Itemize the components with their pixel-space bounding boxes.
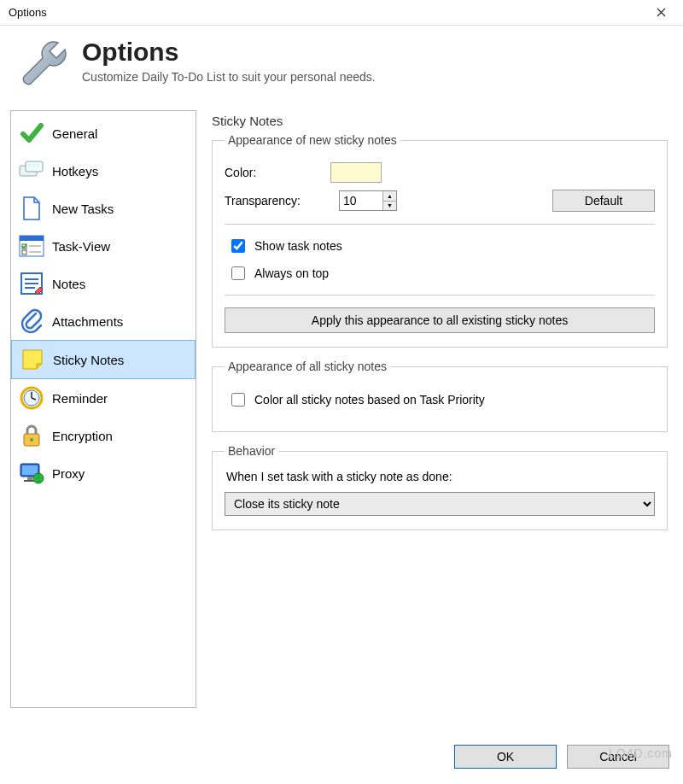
title-bar: Options [0, 0, 683, 26]
checkbox-label: Show task notes [254, 239, 342, 253]
sidebar-item-label: Attachments [52, 314, 123, 329]
page-subtitle: Customize Daily To-Do List to suit your … [82, 70, 376, 84]
checkbox-input[interactable] [231, 266, 245, 280]
svg-rect-4 [37, 164, 39, 167]
lock-icon [18, 422, 45, 449]
checkbox-input[interactable] [231, 239, 245, 253]
page-title: Options [82, 38, 376, 67]
sidebar-item-encryption[interactable]: Encryption [11, 417, 196, 454]
close-icon [657, 8, 666, 17]
transparency-label: Transparency: [225, 194, 327, 208]
sidebar-item-attachments[interactable]: Attachments [11, 302, 196, 340]
sidebar-item-hotkeys[interactable]: Hotkeys [11, 152, 196, 190]
color-by-priority-checkbox[interactable]: Color all sticky notes based on Task Pri… [228, 390, 655, 409]
sidebar-item-label: Notes [52, 277, 85, 291]
behavior-prompt: When I set task with a sticky note as do… [226, 470, 655, 483]
header: Options Customize Daily To-Do List to su… [0, 26, 683, 110]
svg-rect-22 [22, 465, 38, 475]
sidebar-item-label: New Tasks [52, 202, 114, 216]
checkbox-label: Always on top [254, 266, 329, 280]
show-task-notes-checkbox[interactable]: Show task notes [228, 237, 655, 255]
dialog-footer: OK Cancel [454, 745, 669, 769]
sidebar-item-task-view[interactable]: Task-View [11, 227, 196, 265]
settings-panel: Sticky Notes Appearance of new sticky no… [207, 110, 673, 708]
group-legend: Behavior [225, 444, 278, 458]
svg-rect-2 [28, 164, 31, 167]
wrench-icon [17, 38, 72, 95]
sidebar-item-label: Encryption [52, 429, 113, 443]
group-new-sticky-appearance: Appearance of new sticky notes Color: Tr… [212, 133, 668, 348]
apply-all-button[interactable]: Apply this appearance to all existing st… [225, 307, 655, 333]
svg-rect-6 [20, 236, 44, 241]
svg-rect-3 [32, 164, 35, 167]
ok-button[interactable]: OK [454, 745, 557, 769]
checkbox-input[interactable] [231, 393, 245, 407]
keyboard-icon [18, 157, 45, 184]
check-icon [18, 120, 45, 147]
separator [225, 295, 655, 295]
group-all-sticky-appearance: Appearance of all sticky notes Color all… [212, 360, 668, 432]
spinner-down-icon[interactable]: ▼ [383, 202, 396, 211]
sidebar-item-notes[interactable]: Notes [11, 265, 196, 302]
panel-title: Sticky Notes [212, 114, 673, 128]
behavior-select[interactable]: Close its sticky note [225, 492, 655, 516]
always-on-top-checkbox[interactable]: Always on top [228, 264, 655, 283]
transparency-input[interactable] [340, 191, 382, 210]
sidebar-item-reminder[interactable]: Reminder [11, 379, 196, 417]
sidebar-item-label: Sticky Notes [53, 353, 124, 367]
spinner-up-icon[interactable]: ▲ [383, 191, 396, 202]
default-button[interactable]: Default [552, 190, 655, 212]
sidebar-item-label: Reminder [52, 391, 108, 406]
sidebar-item-general[interactable]: General [11, 114, 196, 152]
document-icon [18, 195, 45, 222]
sidebar-item-new-tasks[interactable]: New Tasks [11, 190, 196, 227]
separator [225, 224, 655, 225]
sidebar-item-label: Proxy [52, 466, 85, 481]
monitor-icon [18, 459, 45, 487]
checkbox-label: Color all sticky notes based on Task Pri… [254, 393, 485, 407]
transparency-spinner[interactable]: ▲ ▼ [339, 190, 397, 211]
sidebar-item-label: Task-View [52, 239, 110, 254]
sidebar-item-proxy[interactable]: Proxy [11, 454, 196, 492]
group-legend: Appearance of new sticky notes [225, 133, 400, 147]
close-button[interactable] [645, 3, 676, 22]
color-picker[interactable] [330, 162, 382, 183]
sidebar-item-label: General [52, 126, 97, 141]
paperclip-icon [18, 307, 45, 335]
task-view-icon [18, 232, 45, 260]
group-behavior: Behavior When I set task with a sticky n… [212, 444, 668, 530]
clock-icon [18, 384, 45, 412]
svg-point-20 [30, 438, 33, 442]
sidebar-item-sticky-notes[interactable]: Sticky Notes [11, 340, 196, 379]
sticky-note-icon [19, 346, 46, 373]
notes-icon [18, 270, 45, 297]
cancel-button[interactable]: Cancel [567, 745, 669, 769]
window-title: Options [9, 6, 47, 19]
svg-rect-23 [27, 477, 32, 480]
group-legend: Appearance of all sticky notes [225, 360, 390, 373]
color-label: Color: [225, 166, 318, 179]
sidebar-item-label: Hotkeys [52, 164, 98, 178]
category-list: General Hotkeys New Tasks Task-View Note… [10, 110, 196, 708]
